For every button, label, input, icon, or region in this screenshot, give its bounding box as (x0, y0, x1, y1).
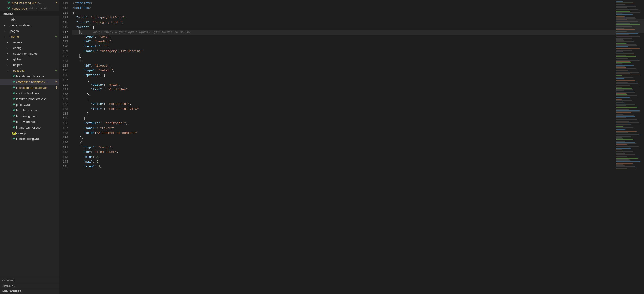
timeline-panel-header[interactable]: TIMELINE (0, 283, 59, 288)
line-number: 138 (63, 131, 68, 135)
code-line[interactable]: "min": 3, (72, 155, 616, 160)
tree-row[interactable]: hero-video.vue (0, 119, 59, 125)
tree-row[interactable]: .fdk (0, 17, 59, 22)
tree-item-label: theme (10, 35, 19, 38)
tree-item-label: hero-banner.vue (16, 109, 38, 112)
tree-row[interactable]: ›helper (0, 62, 59, 68)
tree-item-status: ● (54, 36, 57, 37)
code-line[interactable]: "props": [ (72, 25, 616, 30)
code-line[interactable]: "type": "range", (72, 145, 616, 150)
minimap[interactable] (616, 0, 644, 294)
code-line[interactable]: "type": "select", (72, 68, 616, 73)
code-line[interactable]: { (72, 140, 616, 145)
tree-row[interactable]: ›pages (0, 28, 59, 34)
line-number: 135 (63, 116, 68, 121)
minimap-viewport[interactable] (616, 20, 644, 33)
tree-row[interactable]: categories-template.v...M (0, 79, 59, 85)
line-number: 113 (63, 11, 68, 15)
code-line[interactable]: "default": "", (72, 44, 616, 49)
code-line[interactable]: "name": "categoryListPage", (72, 15, 616, 20)
code-line[interactable]: { Jalak Vora, a year ago • update fynd l… (72, 30, 616, 35)
tree-item-label: collection-template.vue (16, 86, 48, 90)
tree-row[interactable]: ⌄sections● (0, 68, 59, 73)
vue-file-icon (12, 109, 16, 112)
code-line[interactable]: { (72, 11, 616, 15)
code-line[interactable]: "type": "text", (72, 35, 616, 39)
tree-row[interactable]: ›global (0, 56, 59, 62)
tree-row[interactable]: ›assets (0, 39, 59, 45)
tree-row[interactable]: brands-template.vue (0, 73, 59, 79)
code-line[interactable]: }, (72, 135, 616, 140)
tree-item-label: global (13, 58, 22, 61)
open-editor-path: white-splash/th... (28, 7, 50, 10)
tree-row[interactable]: custom-html.vue (0, 90, 59, 96)
code-line[interactable]: { (72, 59, 616, 64)
tree-row[interactable]: image-banner.vue (0, 125, 59, 130)
cursor: { (80, 30, 82, 34)
bottom-panels: OUTLINE TIMELINE NPM SCRIPTS (0, 278, 59, 294)
code-line[interactable]: "default": "horizontal", (72, 121, 616, 126)
open-editor-item[interactable]: product-listing.vuew...6 (0, 0, 59, 6)
code-line[interactable]: "text" : "Grid View" (72, 87, 616, 92)
tree-row[interactable]: gallery.vue (0, 102, 59, 108)
code-line[interactable]: "value": "grid", (72, 83, 616, 87)
code-line[interactable]: "text" : "Horizontal View" (72, 107, 616, 112)
line-gutter: 1111121131141151161171181191201211221231… (59, 0, 72, 294)
chevron-icon: › (3, 24, 6, 27)
app-root: product-listing.vuew...6header.vuewhite-… (0, 0, 644, 294)
open-editor-filename: product-listing.vue (12, 1, 37, 5)
chevron-icon: ⌄ (6, 69, 9, 72)
chevron-icon: › (3, 29, 6, 32)
chevron-icon: › (6, 46, 9, 49)
outline-panel-header[interactable]: OUTLINE (0, 278, 59, 283)
tree-row[interactable]: ⌄theme● (0, 34, 59, 39)
code-line[interactable]: { (72, 78, 616, 83)
code-line[interactable]: "id": "layout", (72, 64, 616, 68)
chevron-icon: › (6, 52, 9, 55)
code-line[interactable]: "max": 5, (72, 160, 616, 164)
code-line[interactable]: }, (72, 54, 616, 59)
tree-row[interactable]: featured-products.vue (0, 96, 59, 102)
open-editor-item[interactable]: header.vuewhite-splash/th... (0, 6, 59, 11)
tree-row[interactable]: collection-template.vue1 (0, 85, 59, 90)
tree-item-status: ● (54, 70, 57, 72)
code-line[interactable]: "id": "heading", (72, 39, 616, 44)
npm-scripts-panel-header[interactable]: NPM SCRIPTS (0, 288, 59, 294)
code-line[interactable]: }, (72, 92, 616, 97)
vue-file-icon (12, 137, 16, 140)
code-line[interactable]: ], (72, 116, 616, 121)
code-line[interactable]: { (72, 97, 616, 102)
line-number: 112 (63, 6, 68, 11)
code-line[interactable]: } (72, 112, 616, 116)
vue-file-icon (12, 92, 16, 95)
line-number: 128 (63, 83, 68, 87)
line-number: 111 (63, 1, 68, 6)
code-line[interactable]: "info":"Alignment of content" (72, 131, 616, 135)
line-number: 132 (63, 102, 68, 107)
explorer-section-themes[interactable]: THEMES (0, 11, 59, 16)
code-line[interactable]: "options": [ (72, 73, 616, 78)
tree-row[interactable]: hero-banner.vue (0, 108, 59, 113)
tree-row[interactable]: hero-image.vue (0, 113, 59, 119)
tree-row[interactable]: infinite-listing.vue (0, 136, 59, 142)
code-line[interactable]: "value": "horizontal", (72, 102, 616, 107)
code-line[interactable]: "label": "Category List ", (72, 20, 616, 25)
line-number: 145 (63, 164, 68, 169)
code-line[interactable]: "label": "Layout", (72, 126, 616, 131)
tree-item-label: custom-templates (13, 52, 38, 55)
line-number: 137 (63, 126, 68, 131)
tree-item-label: assets (13, 41, 22, 44)
tree-row[interactable]: ›custom-templates (0, 51, 59, 56)
sidebar-scroll[interactable]: product-listing.vuew...6header.vuewhite-… (0, 0, 59, 278)
code-line[interactable]: "label": "Category List Heading" (72, 49, 616, 54)
tree-row[interactable]: JSindex.js (0, 130, 59, 136)
code-line[interactable]: </template> (72, 1, 616, 6)
tree-row[interactable]: ›config (0, 45, 59, 51)
code-line[interactable]: "id": "item_count", (72, 150, 616, 155)
code-area[interactable]: </template><settings>{ "name": "category… (72, 0, 616, 294)
editor[interactable]: 1111121131141151161171181191201211221231… (59, 0, 644, 294)
tree-row[interactable]: ›node_modules (0, 22, 59, 28)
code-line[interactable]: "step": 1, (72, 164, 616, 169)
tree-item-label: image-banner.vue (16, 126, 41, 129)
code-line[interactable]: <settings> (72, 6, 616, 11)
